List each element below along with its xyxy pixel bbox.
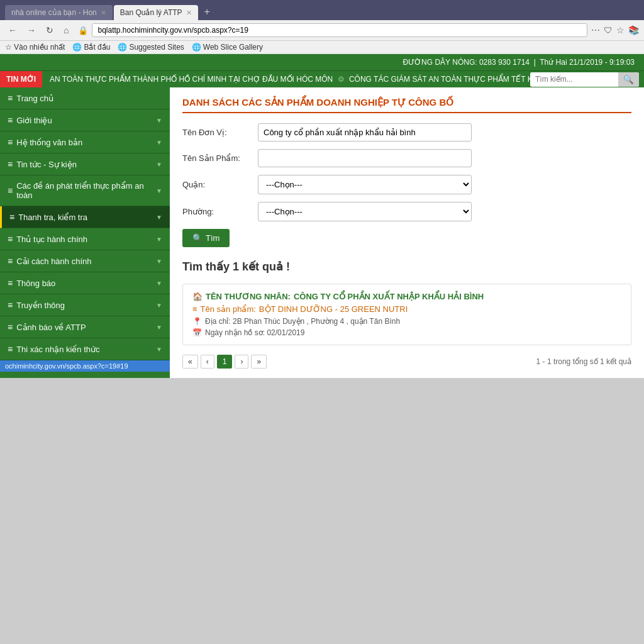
pin-icon: 📍 (192, 317, 202, 326)
ticker-text-1: AN TOÀN THỰC PHẨM THÀNH PHỐ HỒ CHÍ MINH … (42, 71, 530, 87)
news-ticker: TIN MỚI AN TOÀN THỰC PHẨM THÀNH PHỐ HỒ C… (0, 70, 644, 87)
list-icon: ≡ (192, 304, 197, 314)
tim-button[interactable]: 🔍 Tìm (182, 229, 230, 247)
quan-label: Quận: (182, 180, 258, 189)
ticker-separator: ⚙ (338, 75, 347, 84)
globe-icon-2: 🌐 (118, 43, 127, 52)
pagination-controls: « ‹ 1 › » (182, 355, 267, 369)
home-icon: 🏠 (192, 292, 203, 301)
chevron-down-icon: ▼ (156, 161, 162, 168)
star-icon: ☆ (5, 43, 12, 52)
menu-icon: ≡ (8, 93, 13, 103)
library-icon[interactable]: 📚 (628, 25, 639, 35)
forward-button[interactable]: → (24, 24, 39, 36)
home-button[interactable]: ⌂ (60, 24, 72, 36)
main-layout: ≡ Trang chủ ≡ Giới thiệu ▼ ≡ Hệ thống vă… (0, 87, 644, 378)
hotline-text: ĐƯỜNG DÂY NÓNG: 0283 930 1714 | Thứ Hai … (402, 58, 635, 67)
results-section: Tìm thấy 1 kết quả ! 🏠 TÊN THƯƠNG NHÂN: … (182, 260, 631, 369)
search-button-ticker[interactable]: 🔍 (618, 72, 639, 87)
menu-icon: ≡ (8, 344, 13, 354)
form-row-don-vi: Tên Đơn Vị: (182, 123, 631, 142)
don-vi-input[interactable] (258, 123, 472, 142)
top-bar: ĐƯỜNG DÂY NÓNG: 0283 930 1714 | Thứ Hai … (0, 54, 644, 70)
tab-2-close[interactable]: ✕ (186, 9, 192, 17)
company-name: CÔNG TY CỔ PHẦN XUẤT NHẬP KHẨU HẢI BÌNH (294, 292, 484, 301)
result-card-0: 🏠 TÊN THƯƠNG NHÂN: CÔNG TY CỔ PHẦN XUẤT … (182, 284, 631, 345)
status-bar: ochiminhcity.gov.vn/spcb.aspx?c=19#19 (0, 360, 170, 372)
chevron-down-icon: ▼ (156, 280, 162, 287)
pagination: « ‹ 1 › » 1 - 1 trong tổng số 1 kết quả (182, 355, 631, 369)
address-input[interactable] (92, 23, 587, 37)
chevron-down-icon: ▼ (156, 117, 162, 124)
result-date: 📅 Ngày nhận hồ sơ: 02/01/2019 (192, 328, 621, 337)
page-wrapper: ĐƯỜNG DÂY NÓNG: 0283 930 1714 | Thứ Hai … (0, 54, 644, 378)
bookmark-suggested[interactable]: 🌐 Suggested Sites (118, 43, 184, 52)
sidebar-item-thong-bao[interactable]: ≡ Thông báo ▼ (0, 272, 170, 294)
sidebar-item-truyen-thong[interactable]: ≡ Truyền thông ▼ (0, 294, 170, 316)
result-address: 📍 Địa chỉ: 2B Phan Thúc Duyện , Phường 4… (192, 317, 621, 326)
last-page-button[interactable]: » (251, 355, 267, 369)
search-input[interactable] (530, 72, 618, 86)
chevron-down-icon: ▼ (156, 324, 162, 331)
chevron-down-icon: ▼ (156, 236, 162, 243)
prev-page-button[interactable]: ‹ (201, 355, 214, 369)
tab-1-close[interactable]: ✕ (101, 9, 106, 17)
phuong-label: Phường: (182, 207, 258, 216)
result-company: 🏠 TÊN THƯƠNG NHÂN: CÔNG TY CỔ PHẦN XUẤT … (192, 292, 621, 301)
chevron-down-icon: ▼ (156, 187, 162, 194)
sidebar-item-gioi-thieu[interactable]: ≡ Giới thiệu ▼ (0, 109, 170, 131)
calendar-icon: 📅 (192, 328, 202, 337)
sidebar-item-he-thong[interactable]: ≡ Hệ thống văn bản ▼ (0, 131, 170, 153)
phuong-select[interactable]: ---Chọn--- (258, 202, 472, 221)
first-page-button[interactable]: « (182, 355, 198, 369)
browser-tab-1[interactable]: nhà online của bạn - Hon ✕ (5, 5, 113, 20)
shield-icon: 🛡 (604, 25, 613, 35)
sidebar-item-trang-chu[interactable]: ≡ Trang chủ (0, 87, 170, 109)
bookmark-icon[interactable]: ⋯ (591, 25, 600, 35)
sidebar-item-tin-tuc[interactable]: ≡ Tin tức - Sự kiện ▼ (0, 153, 170, 175)
chevron-down-icon: ▼ (156, 346, 162, 353)
browser-chrome: nhà online của bạn - Hon ✕ Ban Quản lý A… (0, 0, 644, 54)
pagination-info: 1 - 1 trong tổng số 1 kết quả (536, 357, 631, 366)
menu-icon: ≡ (8, 137, 13, 147)
chevron-down-icon: ▼ (156, 302, 162, 309)
page-title: DANH SÁCH CÁC SẢN PHẨM DOANH NGHIỆP TỰ C… (182, 97, 631, 113)
menu-icon: ≡ (8, 256, 13, 266)
quan-select[interactable]: ---Chọn--- (258, 175, 472, 194)
sidebar-item-canh-bao[interactable]: ≡ Cảnh báo về ATTP ▼ (0, 316, 170, 338)
don-vi-label: Tên Đơn Vị: (182, 128, 258, 137)
sidebar-item-thu-tuc[interactable]: ≡ Thủ tục hành chính ▼ (0, 228, 170, 250)
menu-icon: ≡ (8, 115, 13, 125)
sidebar-item-thanh-tra[interactable]: ≡ Thanh tra, kiểm tra ▼ (0, 206, 170, 228)
next-page-button[interactable]: › (235, 355, 248, 369)
sidebar-item-cai-cach[interactable]: ≡ Cải cách hành chính ▼ (0, 250, 170, 272)
bookmark-vao-nhieu[interactable]: ☆ Vào nhiều nhất (5, 43, 65, 52)
form-row-phuong: Phường: ---Chọn--- (182, 202, 631, 221)
browser-tab-2[interactable]: Ban Quản lý ATTP ✕ (114, 5, 198, 20)
product-name: BỘT DINH DƯỠNG - 25 GREEN NUTRI (259, 304, 408, 314)
product-label: Tên sản phẩm: (201, 304, 256, 314)
menu-icon: ≡ (8, 322, 13, 332)
sidebar-item-thi-xac-nhan[interactable]: ≡ Thi xác nhận kiến thức ▼ (0, 338, 170, 360)
refresh-button[interactable]: ↻ (43, 24, 57, 36)
tab-2-label: Ban Quản lý ATTP (120, 8, 182, 17)
bookmark-bat-dau[interactable]: 🌐 Bắt đầu (72, 43, 110, 52)
san-pham-input[interactable] (258, 149, 472, 167)
sidebar-item-de-an[interactable]: ≡ Các đề án phát triển thực phẩm an toàn… (0, 175, 170, 206)
bookmark-webslice[interactable]: 🌐 Web Slice Gallery (192, 43, 263, 52)
chevron-down-icon: ▼ (156, 214, 162, 221)
chevron-down-icon: ▼ (156, 258, 162, 265)
globe-icon: 🌐 (72, 43, 82, 52)
bookmarks-bar: ☆ Vào nhiều nhất 🌐 Bắt đầu 🌐 Suggested S… (0, 41, 644, 54)
back-button[interactable]: ← (5, 24, 20, 36)
menu-icon: ≡ (9, 212, 14, 222)
current-page-button[interactable]: 1 (217, 355, 233, 369)
star-icon[interactable]: ☆ (616, 25, 625, 35)
sidebar: ≡ Trang chủ ≡ Giới thiệu ▼ ≡ Hệ thống vă… (0, 87, 170, 378)
chevron-down-icon: ▼ (156, 139, 162, 146)
new-tab-button[interactable]: + (199, 4, 215, 20)
content-area: DANH SÁCH CÁC SẢN PHẨM DOANH NGHIỆP TỰ C… (170, 87, 644, 378)
menu-icon: ≡ (8, 186, 13, 196)
form-row-quan: Quận: ---Chọn--- (182, 175, 631, 194)
search-box: 🔍 (530, 72, 639, 87)
